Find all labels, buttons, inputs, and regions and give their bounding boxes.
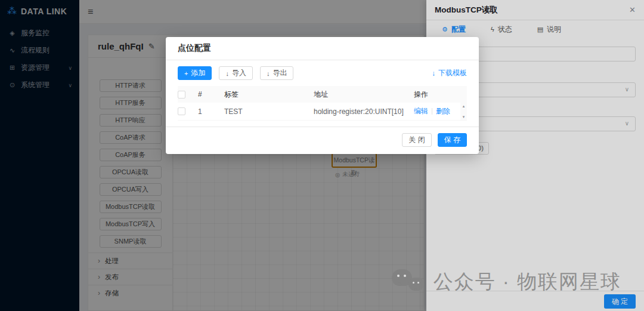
tab-status[interactable]: ϟ 状态: [491, 24, 512, 35]
wechat-icon: [392, 268, 425, 295]
points-table: # 标签 地址 操作 1 TEST holding-register:20:UI…: [178, 86, 467, 121]
scrollbar[interactable]: ▴ ▾: [460, 103, 467, 120]
table-row: 1 TEST holding-register:20:UINT[10] 编辑 删…: [178, 103, 467, 121]
app-root: ⁂ DATA LINK ◈ 服务监控 ∿ 流程规则 ⊞ 资源管理 ∨ ⊙ 系统管…: [0, 0, 644, 311]
cell-address: holding-register:20:UINT[10]: [314, 107, 414, 116]
plus-icon: +: [184, 70, 188, 77]
add-button[interactable]: + 添加: [178, 66, 212, 80]
download-icon: ↓: [432, 69, 435, 78]
drawer-header: ModbusTCP读取 ✕: [426, 0, 644, 20]
drawer-tabs: ⚙ 配置 ϟ 状态 ▤ 说明: [426, 20, 644, 38]
add-label: 添加: [191, 68, 205, 78]
download-template-link[interactable]: ↓ 下载模板: [432, 68, 467, 78]
col-index: #: [198, 90, 224, 98]
action-divider: [432, 108, 432, 115]
cell-index: 1: [198, 107, 224, 116]
scrollbar-track: [460, 86, 467, 103]
confirm-button[interactable]: 确 定: [604, 294, 636, 309]
chevron-down-icon: ∨: [625, 120, 629, 127]
status-icon: ϟ: [491, 26, 494, 33]
watermark: 公众号 · 物联网星球: [392, 268, 621, 295]
scroll-up-icon[interactable]: ▴: [463, 104, 465, 108]
col-address: 地址: [314, 90, 414, 100]
col-actions: 操作: [414, 90, 460, 100]
close-icon[interactable]: ✕: [629, 5, 636, 14]
select-all-checkbox[interactable]: [178, 91, 185, 98]
tab-docs[interactable]: ▤ 说明: [537, 24, 561, 35]
save-button[interactable]: 保 存: [438, 133, 467, 147]
points-config-modal: 点位配置 + 添加 ↓ 导入 ↓ 导出 ↓ 下载模板: [166, 37, 479, 154]
edit-link[interactable]: 编辑: [414, 106, 428, 116]
tab-config[interactable]: ⚙ 配置: [442, 24, 466, 35]
close-button[interactable]: 关 闭: [402, 133, 431, 147]
drawer-title: ModbusTCP读取: [435, 5, 498, 16]
chevron-down-icon: ∨: [625, 86, 629, 93]
tab-label: 说明: [547, 24, 561, 35]
download-template-label: 下载模板: [438, 68, 467, 78]
import-label: 导入: [232, 68, 246, 78]
watermark-text: 公众号 · 物联网星球: [434, 269, 621, 295]
download-icon: ↓: [267, 70, 270, 77]
gear-icon: ⚙: [442, 26, 448, 33]
cell-tag: TEST: [224, 107, 314, 116]
col-tag: 标签: [224, 90, 314, 100]
save-label: 保 存: [444, 135, 460, 145]
close-label: 关 闭: [408, 135, 425, 145]
header-checkbox-cell: [178, 91, 198, 98]
modal-title: 点位配置: [166, 37, 479, 60]
import-button[interactable]: ↓ 导入: [219, 66, 253, 80]
delete-link[interactable]: 删除: [436, 106, 450, 116]
scroll-down-icon[interactable]: ▾: [463, 115, 465, 119]
table-header-row: # 标签 地址 操作: [178, 86, 467, 103]
row-checkbox[interactable]: [178, 107, 185, 115]
tab-label: 配置: [451, 24, 466, 35]
export-button[interactable]: ↓ 导出: [260, 66, 294, 80]
doc-icon: ▤: [537, 26, 543, 33]
export-label: 导出: [273, 68, 287, 78]
download-icon: ↓: [225, 70, 229, 77]
tab-label: 状态: [498, 24, 512, 35]
row-checkbox-cell: [178, 107, 198, 115]
modal-footer: 关 闭 保 存: [166, 127, 479, 154]
modal-toolbar: + 添加 ↓ 导入 ↓ 导出 ↓ 下载模板: [166, 60, 479, 85]
cell-actions: 编辑 删除: [414, 106, 460, 116]
